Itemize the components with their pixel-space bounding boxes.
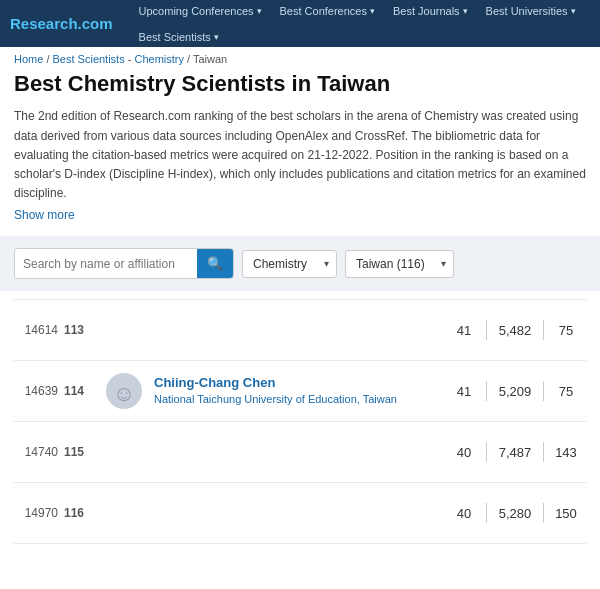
search-input[interactable]: [15, 251, 197, 277]
breadcrumb-country: Taiwan: [193, 53, 227, 65]
global-rank: 14614: [14, 323, 64, 337]
avatar-col: [100, 312, 148, 348]
discipline-select-wrap: Chemistry Physics Biology ▾: [242, 250, 337, 278]
scientists-table: 14614 113 41 5,482 75 14639 114: [14, 299, 586, 544]
local-rank: 115: [64, 445, 100, 459]
divider: [486, 381, 487, 401]
navbar: Research.com Upcoming Conferences ▾ Best…: [0, 0, 600, 47]
search-input-wrap: 🔍: [14, 248, 234, 279]
avatar-col: ☺: [100, 373, 148, 409]
scholar-affiliation: National Taichung University of Educatio…: [154, 392, 438, 407]
global-rank: 14970: [14, 506, 64, 520]
d-index: 41: [444, 323, 484, 338]
nav-label: Best Universities: [486, 5, 568, 17]
citations: 5,280: [489, 506, 541, 521]
d-index: 41: [444, 384, 484, 399]
country-select-wrap: Taiwan (116) China USA ▾: [345, 250, 454, 278]
country-select[interactable]: Taiwan (116) China USA: [345, 250, 454, 278]
scholar-info: Chiing-Chang Chen National Taichung Univ…: [148, 375, 444, 407]
nav-item-best-scientists[interactable]: Best Scientists ▾: [131, 25, 227, 49]
divider: [486, 320, 487, 340]
logo-suffix: .com: [78, 15, 113, 32]
divider: [486, 442, 487, 462]
local-rank: 114: [64, 384, 100, 398]
breadcrumb-best-scientists[interactable]: Best Scientists: [53, 53, 125, 65]
nav-label: Best Scientists: [139, 31, 211, 43]
divider: [486, 503, 487, 523]
nav-item-best-conferences[interactable]: Best Conferences ▾: [272, 0, 383, 23]
chevron-down-icon: ▾: [463, 6, 468, 16]
publications: 75: [546, 323, 586, 338]
avatar-empty: [106, 434, 142, 470]
page-description: The 2nd edition of Research.com ranking …: [14, 107, 586, 203]
show-more-link[interactable]: Show more: [14, 208, 75, 222]
citations: 5,209: [489, 384, 541, 399]
logo-text: Research: [10, 15, 78, 32]
nav-label: Upcoming Conferences: [139, 5, 254, 17]
local-rank: 113: [64, 323, 100, 337]
table-row: 14614 113 41 5,482 75: [14, 299, 586, 361]
local-rank: 116: [64, 506, 100, 520]
d-index: 40: [444, 445, 484, 460]
citations: 7,487: [489, 445, 541, 460]
main-content: Best Chemistry Scientists in Taiwan The …: [0, 71, 600, 564]
scholar-name[interactable]: Chiing-Chang Chen: [154, 375, 438, 390]
person-icon: ☺: [113, 383, 135, 405]
breadcrumb-home[interactable]: Home: [14, 53, 43, 65]
global-rank: 14740: [14, 445, 64, 459]
search-icon: 🔍: [207, 256, 223, 271]
nav-item-upcoming-conferences[interactable]: Upcoming Conferences ▾: [131, 0, 270, 23]
divider: [543, 442, 544, 462]
table-row: 14639 114 ☺ Chiing-Chang Chen National T…: [14, 361, 586, 422]
d-index: 40: [444, 506, 484, 521]
chevron-down-icon: ▾: [370, 6, 375, 16]
nav-label: Best Journals: [393, 5, 460, 17]
breadcrumb: Home / Best Scientists - Chemistry / Tai…: [0, 47, 600, 71]
avatar-col: [100, 434, 148, 470]
chevron-down-icon: ▾: [214, 32, 219, 42]
citations: 5,482: [489, 323, 541, 338]
publications: 150: [546, 506, 586, 521]
publications: 75: [546, 384, 586, 399]
nav-items: Upcoming Conferences ▾ Best Conferences …: [131, 0, 590, 49]
chevron-down-icon: ▾: [571, 6, 576, 16]
discipline-select[interactable]: Chemistry Physics Biology: [242, 250, 337, 278]
global-rank: 14639: [14, 384, 64, 398]
logo[interactable]: Research.com: [10, 15, 113, 32]
avatar-empty: [106, 312, 142, 348]
divider: [543, 320, 544, 340]
divider: [543, 503, 544, 523]
divider: [543, 381, 544, 401]
page-title: Best Chemistry Scientists in Taiwan: [14, 71, 586, 97]
table-row: 14740 115 40 7,487 143: [14, 422, 586, 483]
avatar-empty: [106, 495, 142, 531]
avatar-col: [100, 495, 148, 531]
publications: 143: [546, 445, 586, 460]
table-row: 14970 116 40 5,280 150: [14, 483, 586, 544]
avatar: ☺: [106, 373, 142, 409]
search-button[interactable]: 🔍: [197, 249, 233, 278]
nav-item-best-journals[interactable]: Best Journals ▾: [385, 0, 476, 23]
breadcrumb-chemistry[interactable]: Chemistry: [134, 53, 184, 65]
chevron-down-icon: ▾: [257, 6, 262, 16]
nav-item-best-universities[interactable]: Best Universities ▾: [478, 0, 584, 23]
nav-label: Best Conferences: [280, 5, 367, 17]
search-bar: 🔍 Chemistry Physics Biology ▾ Taiwan (11…: [0, 236, 600, 291]
